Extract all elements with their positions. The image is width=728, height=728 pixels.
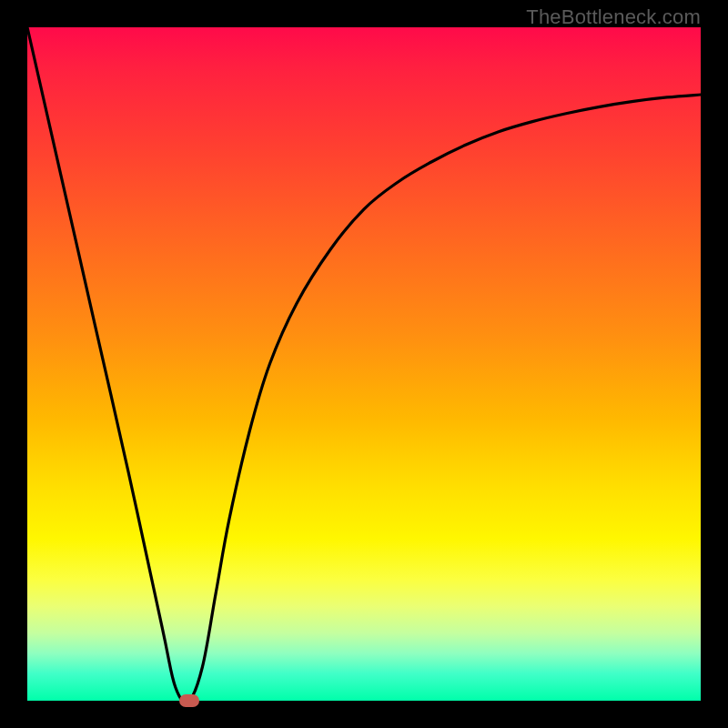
bottleneck-curve [27, 27, 701, 701]
watermark-text: TheBottleneck.com [526, 5, 701, 29]
curve-line [27, 27, 701, 702]
chart-plot-area [27, 27, 701, 701]
optimum-marker [179, 694, 199, 707]
